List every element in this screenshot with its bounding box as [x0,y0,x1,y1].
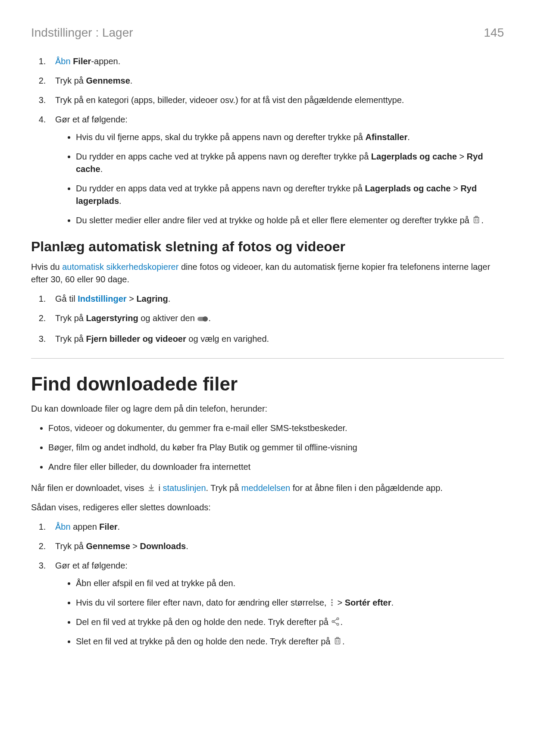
bullet-list: Fotos, videoer og dokumenter, du gemmer … [31,422,504,473]
text: Hvis du vil fjerne apps, skal du trykke … [76,132,365,142]
download-icon [147,483,156,492]
steps-list-2: Gå til Indstillinger > Lagring. Tryk på … [31,293,504,345]
text: . [481,216,484,225]
auto-backup-link[interactable]: automatisk sikkerhedskopierer [62,262,178,272]
text: Gør et af følgende: [55,561,128,570]
svg-point-6 [203,316,208,322]
text: . [340,617,343,627]
text: . [100,164,103,174]
breadcrumb: Indstillinger : Lager [31,26,133,40]
paragraph: Du kan downloade filer og lagre dem på d… [31,403,504,415]
svg-rect-17 [335,639,340,644]
text: Tryk på [55,334,86,344]
settings-link[interactable]: Indstillinger [78,294,126,303]
steps-list-1: Åbn Filer-appen. Tryk på Gennemse. Tryk … [31,55,504,227]
toggle-on-icon [197,313,208,326]
text: Tryk på [55,76,86,85]
list-item: Hvis du vil sortere filer efter navn, da… [76,597,504,609]
text: i [156,483,163,493]
svg-point-9 [331,599,333,601]
list-item: Del en fil ved at trykke på den og holde… [76,616,504,628]
text: Slet en fil ved at trykke på den og hold… [76,637,333,646]
text: Del en fil ved at trykke på den og holde… [76,617,331,627]
text: for at åbne filen i den pågældende app. [290,483,443,493]
trash-icon [472,215,481,225]
section-heading-schedule: Planlæg automatisk sletning af fotos og … [31,239,504,255]
text: og aktiver den [138,313,197,323]
share-icon [331,617,340,626]
page-header: Indstillinger : Lager 145 [31,26,504,40]
notification-link[interactable]: meddelelsen [241,483,290,493]
text: Du sletter medier eller andre filer ved … [76,216,472,225]
text: Du rydder en apps cache ved at trykke på… [76,152,371,161]
text-bold: Filer [73,56,91,66]
list-item: Gå til Indstillinger > Lagring. [48,293,504,305]
list-item: Tryk på Gennemse > Downloads. [48,540,504,553]
text: Tryk på [55,313,86,323]
text-bold: Fjern billeder og videoer [86,334,186,344]
text: . [186,541,188,551]
list-item: Slet en fil ved at trykke på den og hold… [76,635,504,648]
list-item: Tryk på Fjern billeder og videoer og væl… [48,333,504,345]
statusbar-link[interactable]: statuslinjen [163,483,206,493]
text: og vælg en varighed. [186,334,269,344]
list-item: Fotos, videoer og dokumenter, du gemmer … [48,422,504,434]
text-bold: Filer [99,522,117,531]
list-item: Åbn Filer-appen. [48,55,504,68]
text: . [168,294,171,303]
text: . Tryk på [206,483,241,493]
text: Gå til [55,294,78,303]
sub-bullet-list: Hvis du vil fjerne apps, skal du trykke … [55,131,504,227]
text-bold: Lagerstyring [86,313,138,323]
text: . [118,522,120,531]
text: . [130,76,133,85]
svg-point-11 [331,604,333,606]
list-item: Bøger, film og andet indhold, du køber f… [48,441,504,454]
text: > [457,152,467,161]
text-bold: Lagerplads og cache [371,152,457,161]
text: Hvis du [31,262,62,272]
section-heading-downloads: Find downloadede filer [31,373,504,395]
text: > [451,184,460,193]
page: Indstillinger : Lager 145 Åbn Filer-appe… [0,0,535,756]
more-vert-icon [329,598,335,607]
paragraph: Når filen er downloadet, vises i statusl… [31,482,504,494]
text: . [119,196,122,206]
sub-bullet-list: Åbn eller afspil en fil ved at trykke på… [55,577,504,648]
text: Du rydder en apps data ved at trykke på … [76,184,365,193]
text: Gør et af følgende: [55,115,128,124]
text-bold: Sortér efter [345,598,391,607]
text-bold: Afinstaller [365,132,407,142]
svg-line-15 [334,619,337,622]
text: . [342,637,345,646]
open-link[interactable]: Åbn [55,522,71,531]
text: . [208,313,211,323]
list-item: Gør et af følgende: Åbn eller afspil en … [48,559,504,648]
page-number: 145 [484,26,504,40]
list-item: Andre filer eller billeder, du downloade… [48,461,504,473]
paragraph: Hvis du automatisk sikkerhedskopierer di… [31,261,504,286]
text: . [391,598,394,607]
text-bold: Gennemse [86,541,130,551]
svg-rect-4 [475,216,478,218]
text: Når filen er downloadet, vises [31,483,147,493]
open-link[interactable]: Åbn [55,56,71,66]
text-bold: Gennemse [86,76,130,85]
list-item: Du rydder en apps data ved at trykke på … [76,182,504,207]
list-item: Åbn eller afspil en fil ved at trykke på… [76,577,504,590]
svg-point-10 [331,602,333,603]
text: -appen. [91,56,120,66]
list-item: Åbn appen Filer. [48,521,504,533]
trash-icon [333,636,342,646]
text-bold: Downloads [140,541,186,551]
list-item: Hvis du vil fjerne apps, skal du trykke … [76,131,504,144]
text: . [407,132,410,142]
text: > [335,598,345,607]
list-item: Gør et af følgende: Hvis du vil fjerne a… [48,113,504,227]
steps-list-3: Åbn appen Filer. Tryk på Gennemse > Down… [31,521,504,648]
svg-rect-0 [474,218,479,223]
text: appen [71,522,100,531]
list-item: Du sletter medier eller andre filer ved … [76,214,504,227]
list-item: Tryk på Gennemse. [48,75,504,87]
text: > [130,541,140,551]
